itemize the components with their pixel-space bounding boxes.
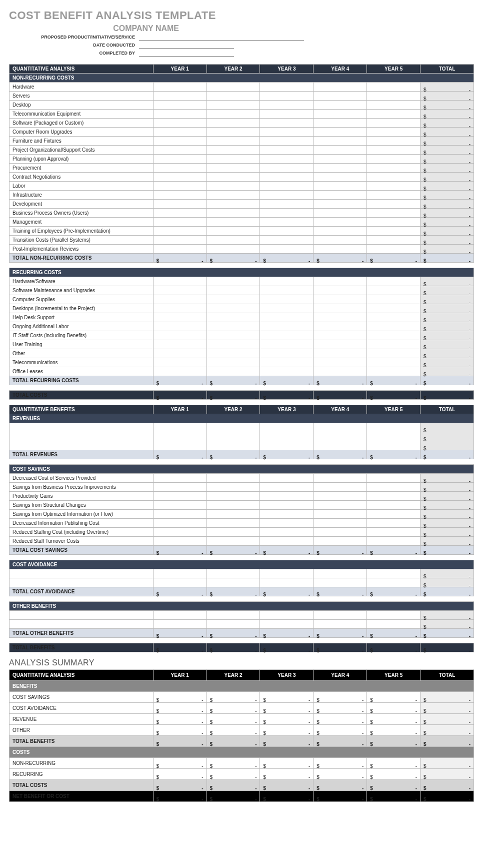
- value-cell[interactable]: [153, 137, 206, 146]
- value-cell[interactable]: [314, 519, 367, 528]
- value-cell[interactable]: [260, 620, 314, 629]
- value-cell[interactable]: [206, 146, 260, 155]
- value-cell[interactable]: [367, 83, 420, 92]
- row-label[interactable]: Business Process Owners (Users): [10, 209, 154, 218]
- value-cell[interactable]: [367, 218, 420, 227]
- value-cell[interactable]: [260, 769, 314, 780]
- value-cell[interactable]: [367, 331, 420, 340]
- value-cell[interactable]: [367, 758, 420, 769]
- value-cell[interactable]: [260, 423, 314, 432]
- value-cell[interactable]: [314, 474, 367, 483]
- value-cell[interactable]: [420, 164, 474, 173]
- value-cell[interactable]: [206, 349, 260, 358]
- value-cell[interactable]: [206, 769, 260, 780]
- value-cell[interactable]: [314, 83, 367, 92]
- value-cell[interactable]: [367, 295, 420, 304]
- value-cell[interactable]: [260, 209, 314, 218]
- row-label[interactable]: Productivity Gains: [10, 492, 154, 501]
- row-label[interactable]: REVENUE: [10, 714, 154, 725]
- value-cell[interactable]: [260, 441, 314, 450]
- value-cell[interactable]: [367, 119, 420, 128]
- value-cell[interactable]: [260, 295, 314, 304]
- value-cell[interactable]: [420, 137, 474, 146]
- value-cell[interactable]: [260, 173, 314, 182]
- value-cell[interactable]: [314, 101, 367, 110]
- value-cell[interactable]: [314, 692, 367, 703]
- value-cell[interactable]: [367, 367, 420, 376]
- value-cell[interactable]: [206, 277, 260, 286]
- value-cell[interactable]: [420, 492, 474, 501]
- value-cell[interactable]: [260, 277, 314, 286]
- value-cell[interactable]: [206, 519, 260, 528]
- value-cell[interactable]: [314, 758, 367, 769]
- row-label[interactable]: IT Staff Costs (including Benefits): [10, 331, 154, 340]
- value-cell[interactable]: [206, 155, 260, 164]
- value-cell[interactable]: [153, 423, 206, 432]
- value-cell[interactable]: [420, 611, 474, 620]
- value-cell[interactable]: [153, 692, 206, 703]
- row-label[interactable]: Transition Costs (Parallel Systems): [10, 236, 154, 245]
- value-cell[interactable]: [314, 218, 367, 227]
- row-label[interactable]: Savings from Structural Changes: [10, 501, 154, 510]
- value-cell[interactable]: [260, 578, 314, 587]
- meta-date-input[interactable]: [139, 42, 234, 49]
- value-cell[interactable]: [420, 277, 474, 286]
- value-cell[interactable]: [367, 537, 420, 546]
- value-cell[interactable]: [153, 164, 206, 173]
- value-cell[interactable]: [420, 569, 474, 578]
- value-cell[interactable]: [367, 501, 420, 510]
- value-cell[interactable]: [153, 236, 206, 245]
- value-cell[interactable]: [260, 331, 314, 340]
- row-label[interactable]: Other: [10, 349, 154, 358]
- value-cell[interactable]: [420, 528, 474, 537]
- value-cell[interactable]: [420, 236, 474, 245]
- value-cell[interactable]: [153, 245, 206, 254]
- value-cell[interactable]: [367, 340, 420, 349]
- value-cell[interactable]: [314, 510, 367, 519]
- value-cell[interactable]: [367, 474, 420, 483]
- value-cell[interactable]: [260, 313, 314, 322]
- value-cell[interactable]: [420, 182, 474, 191]
- value-cell[interactable]: [260, 714, 314, 725]
- value-cell[interactable]: [153, 528, 206, 537]
- row-label[interactable]: Contract Negotiations: [10, 173, 154, 182]
- value-cell[interactable]: [367, 155, 420, 164]
- row-label[interactable]: Development: [10, 200, 154, 209]
- value-cell[interactable]: [420, 245, 474, 254]
- value-cell[interactable]: [153, 119, 206, 128]
- value-cell[interactable]: [153, 313, 206, 322]
- value-cell[interactable]: [206, 358, 260, 367]
- value-cell[interactable]: [314, 714, 367, 725]
- value-cell[interactable]: [206, 714, 260, 725]
- value-cell[interactable]: [206, 182, 260, 191]
- value-cell[interactable]: [420, 501, 474, 510]
- value-cell[interactable]: [260, 340, 314, 349]
- row-label[interactable]: OTHER: [10, 725, 154, 736]
- value-cell[interactable]: [420, 209, 474, 218]
- value-cell[interactable]: [367, 236, 420, 245]
- value-cell[interactable]: [153, 367, 206, 376]
- value-cell[interactable]: [367, 245, 420, 254]
- value-cell[interactable]: [153, 510, 206, 519]
- value-cell[interactable]: [420, 304, 474, 313]
- value-cell[interactable]: [260, 92, 314, 101]
- value-cell[interactable]: [206, 92, 260, 101]
- value-cell[interactable]: [367, 128, 420, 137]
- row-label[interactable]: Management: [10, 218, 154, 227]
- value-cell[interactable]: [153, 218, 206, 227]
- value-cell[interactable]: [206, 295, 260, 304]
- value-cell[interactable]: [206, 191, 260, 200]
- row-label[interactable]: Ongoing Additional Labor: [10, 322, 154, 331]
- value-cell[interactable]: [314, 358, 367, 367]
- row-label[interactable]: [10, 441, 154, 450]
- value-cell[interactable]: [367, 182, 420, 191]
- value-cell[interactable]: [206, 304, 260, 313]
- value-cell[interactable]: [206, 725, 260, 736]
- value-cell[interactable]: [314, 703, 367, 714]
- value-cell[interactable]: [314, 191, 367, 200]
- row-label[interactable]: User Training: [10, 340, 154, 349]
- value-cell[interactable]: [153, 92, 206, 101]
- value-cell[interactable]: [260, 528, 314, 537]
- value-cell[interactable]: [260, 611, 314, 620]
- value-cell[interactable]: [206, 209, 260, 218]
